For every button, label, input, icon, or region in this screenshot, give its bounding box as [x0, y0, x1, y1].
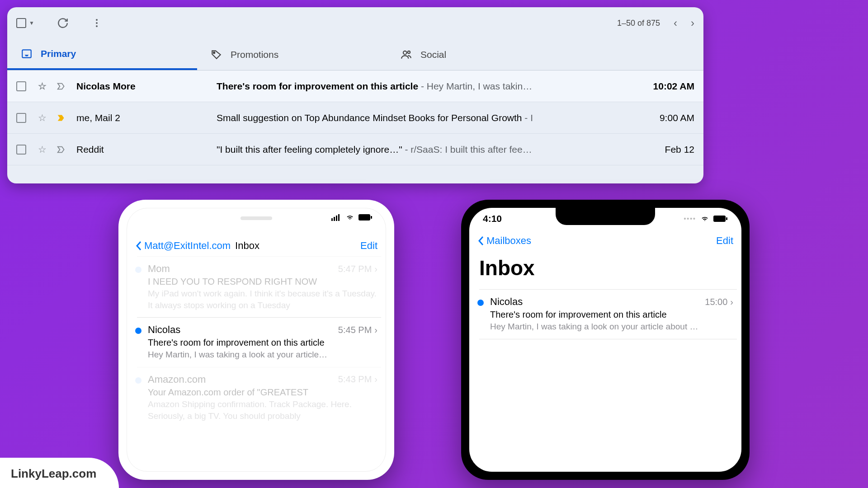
mail-subject: I NEED YOU TO RESPOND RIGHT NOW [148, 277, 377, 287]
row-subject: Small suggestion on Top Abundance Mindse… [217, 113, 631, 123]
mail-sender: Mom [148, 263, 170, 275]
email-row[interactable]: ☆ me, Mail 2 Small suggestion on Top Abu… [7, 102, 703, 134]
mail-subject: There's room for improvement on this art… [148, 338, 377, 348]
mail-preview: Hey Martin, I was taking a look at your … [148, 349, 377, 361]
mail-item[interactable]: Amazon.com5:43 PM › Your Amazon.com orde… [137, 367, 381, 428]
row-checkbox[interactable] [16, 81, 26, 91]
star-icon[interactable]: ☆ [38, 144, 47, 155]
tab-label: Primary [41, 48, 76, 59]
row-sender: Nicolas More [76, 81, 217, 92]
svg-rect-8 [334, 217, 335, 221]
mail-list: Nicolas15:00 › There's room for improvem… [469, 289, 741, 472]
mail-item[interactable]: Nicolas15:00 › There's room for improvem… [479, 289, 737, 339]
signal-dots: •••• [684, 215, 696, 222]
svg-rect-7 [331, 218, 333, 221]
mail-subject: Your Amazon.com order of "GREATEST [148, 387, 377, 398]
battery-icon [713, 215, 728, 222]
svg-rect-13 [713, 216, 726, 222]
edit-button[interactable]: Edit [360, 240, 377, 252]
row-time: Feb 12 [631, 144, 694, 155]
svg-point-0 [96, 19, 98, 21]
nav-title: Inbox [235, 240, 259, 252]
next-page-icon[interactable]: › [691, 17, 694, 29]
back-label: Matt@ExitIntel.com [144, 240, 231, 252]
pager: 1–50 of 875 ‹ › [617, 17, 694, 29]
email-row[interactable]: ☆ Nicolas More There's room for improvem… [7, 70, 703, 102]
prev-page-icon[interactable]: ‹ [674, 17, 677, 29]
mail-preview: Amazon Shipping confirmation. Track Pack… [148, 399, 377, 422]
svg-point-5 [403, 51, 407, 54]
mail-time: 15:00 › [705, 297, 733, 307]
row-checkbox[interactable] [16, 145, 26, 155]
star-icon[interactable]: ☆ [38, 81, 47, 92]
row-time: 10:02 AM [631, 81, 694, 92]
people-icon [401, 49, 412, 61]
unread-dot [135, 377, 142, 384]
row-subject: There's room for improvement on this art… [217, 81, 631, 92]
unread-dot [477, 300, 484, 306]
mail-sender: Nicolas [148, 324, 180, 336]
clock: 4:10 [483, 213, 502, 224]
signal-icon [331, 214, 341, 221]
mail-nav: Mailboxes Edit [469, 230, 741, 251]
row-sender: me, Mail 2 [76, 113, 217, 123]
tab-label: Social [420, 49, 446, 60]
inbox-title: Inbox [469, 251, 741, 289]
select-all-checkbox[interactable] [16, 18, 26, 28]
wifi-icon [700, 215, 710, 222]
mail-time: 5:47 PM › [338, 264, 377, 274]
mail-item[interactable]: Nicolas5:45 PM › There's room for improv… [137, 317, 381, 367]
more-icon[interactable] [91, 18, 102, 28]
status-bar: 4:10 •••• [469, 213, 741, 224]
wifi-icon [345, 214, 355, 221]
mail-sender: Nicolas [490, 296, 523, 308]
empty-space [479, 339, 737, 472]
importance-icon[interactable] [57, 145, 66, 155]
status-bar [127, 214, 386, 221]
gmail-panel: ▼ 1–50 of 875 ‹ › Primary Promotions [7, 7, 703, 183]
mail-time: 5:45 PM › [338, 325, 377, 335]
mail-item[interactable]: Mom5:47 PM › I NEED YOU TO RESPOND RIGHT… [137, 256, 381, 317]
unread-dot [135, 267, 142, 273]
importance-icon[interactable] [57, 81, 66, 91]
svg-point-1 [96, 22, 98, 24]
select-dropdown[interactable]: ▼ [29, 20, 34, 26]
mail-sender: Amazon.com [148, 374, 206, 385]
back-label: Mailboxes [486, 235, 531, 247]
mail-nav: Matt@ExitIntel.com Inbox Edit [127, 235, 386, 256]
mail-subject: There's room for improvement on this art… [490, 310, 733, 320]
svg-rect-12 [371, 216, 372, 219]
mail-preview: My iPad won't work again. I think it's b… [148, 288, 377, 311]
inbox-icon [21, 48, 33, 60]
email-row[interactable]: ☆ Reddit "I built this after feeling com… [7, 134, 703, 165]
svg-rect-10 [338, 214, 340, 221]
tab-primary[interactable]: Primary [7, 39, 197, 70]
tab-promotions[interactable]: Promotions [197, 39, 387, 70]
svg-rect-3 [22, 50, 31, 57]
importance-icon[interactable] [57, 113, 66, 123]
svg-rect-11 [359, 214, 370, 221]
row-subject: "I built this after feeling completely i… [217, 144, 631, 155]
gmail-tabs: Primary Promotions Social [7, 39, 703, 70]
phone-mockup-2: 4:10 •••• Mailboxes Edit Inbox [461, 200, 750, 480]
gmail-toolbar: ▼ 1–50 of 875 ‹ › [7, 7, 703, 39]
gmail-rows: ☆ Nicolas More There's room for improvem… [7, 70, 703, 165]
svg-point-6 [408, 51, 410, 53]
back-button[interactable]: Mailboxes [477, 235, 531, 247]
refresh-icon[interactable] [57, 17, 69, 29]
pager-label: 1–50 of 875 [617, 19, 660, 28]
row-time: 9:00 AM [631, 113, 694, 123]
svg-rect-14 [726, 217, 727, 220]
star-icon[interactable]: ☆ [38, 113, 47, 123]
svg-point-2 [96, 25, 98, 27]
tab-social[interactable]: Social [387, 39, 577, 70]
mail-list: Mom5:47 PM › I NEED YOU TO RESPOND RIGHT… [127, 256, 386, 428]
row-checkbox[interactable] [16, 113, 26, 123]
tab-label: Promotions [231, 49, 278, 60]
back-button[interactable]: Matt@ExitIntel.com Inbox [135, 240, 259, 252]
edit-button[interactable]: Edit [716, 235, 733, 247]
phone-mockup-1: Matt@ExitIntel.com Inbox Edit Mom5:47 PM… [118, 200, 394, 480]
battery-icon [359, 214, 372, 221]
svg-point-4 [213, 52, 215, 53]
svg-rect-9 [336, 216, 337, 221]
